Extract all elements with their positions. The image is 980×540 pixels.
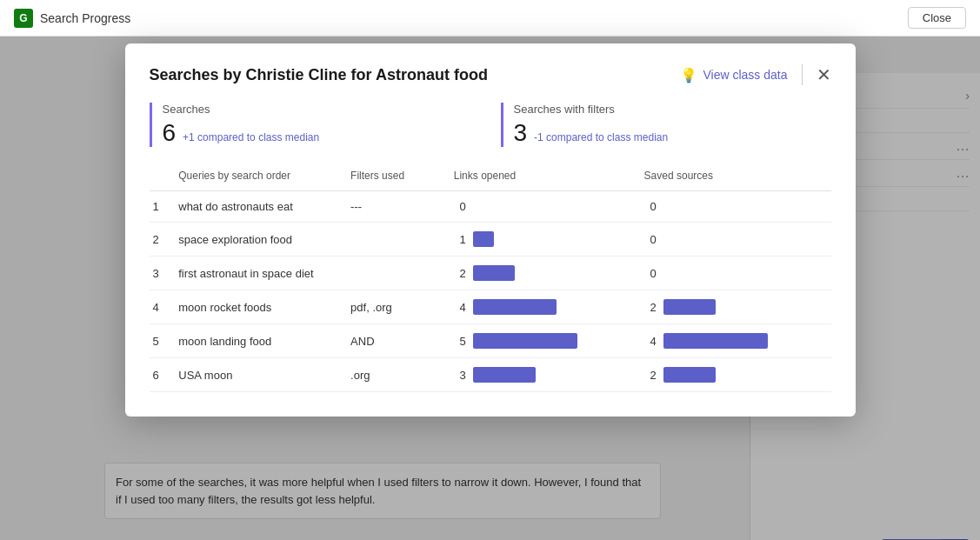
links-bar	[473, 367, 536, 383]
table-row: 1what do astronauts eat---00	[150, 191, 831, 223]
saved-cell: 2	[641, 290, 831, 324]
top-bar-left: G Search Progress	[14, 9, 130, 28]
query-text: moon rocket foods	[175, 290, 347, 324]
filters-stat: Searches with filters 3 -1 compared to c…	[501, 103, 831, 147]
links-number: 4	[454, 301, 466, 314]
modal-header: Searches by Christie Cline for Astronaut…	[150, 64, 831, 85]
query-text: first astronaut in space diet	[175, 257, 347, 290]
saved-cell: 2	[641, 358, 831, 392]
saved-cell: 0	[641, 257, 831, 290]
table-row: 3first astronaut in space diet20	[150, 257, 831, 290]
searches-table: Queries by search order Filters used Lin…	[150, 164, 831, 392]
saved-number: 0	[644, 200, 657, 213]
app-icon: G	[14, 9, 33, 28]
top-bar-title: Search Progress	[40, 11, 130, 25]
links-number: 0	[454, 200, 466, 213]
links-number: 3	[454, 369, 466, 382]
links-number: 2	[454, 267, 466, 280]
filter-value: pdf, .org	[347, 290, 450, 324]
saved-cell: 4	[641, 324, 831, 358]
links-cell: 2	[450, 257, 641, 290]
modal-header-right: 💡 View class data ✕	[680, 64, 830, 85]
links-bar	[473, 265, 515, 281]
table-row: 6USA moon.org32	[150, 358, 831, 392]
query-text: what do astronauts eat	[175, 191, 347, 223]
table-row: 2space exploration food10	[150, 223, 831, 257]
row-number: 1	[150, 191, 176, 223]
row-number: 6	[150, 358, 176, 392]
filter-value: .org	[347, 358, 450, 392]
modal-close-button[interactable]: ✕	[817, 66, 831, 83]
row-number: 4	[150, 290, 176, 324]
links-cell: 3	[450, 358, 641, 392]
filters-value-row: 3 -1 compared to class median	[514, 119, 831, 147]
links-cell: 1	[450, 223, 641, 257]
lamp-icon: 💡	[680, 67, 697, 83]
saved-bar	[663, 299, 716, 315]
query-text: USA moon	[175, 358, 347, 392]
filter-value: ---	[347, 191, 450, 223]
query-text: space exploration food	[175, 223, 347, 257]
modal-dialog: Searches by Christie Cline for Astronaut…	[125, 43, 856, 417]
saved-number: 2	[644, 369, 657, 382]
filter-value: AND	[347, 324, 450, 358]
links-cell: 5	[450, 324, 641, 358]
col-header-num	[150, 164, 176, 191]
searches-value-row: 6 +1 compared to class median	[163, 119, 480, 147]
col-header-filters: Filters used	[347, 164, 450, 191]
saved-bar	[663, 367, 716, 383]
col-header-links: Links opened	[450, 164, 641, 191]
saved-number: 0	[644, 233, 657, 246]
top-close-button[interactable]: Close	[908, 7, 966, 29]
links-cell: 4	[450, 290, 641, 324]
saved-number: 2	[644, 301, 657, 314]
header-divider	[802, 64, 803, 85]
searches-comparison: +1 compared to class median	[183, 131, 319, 143]
links-bar	[473, 333, 577, 349]
filters-comparison: -1 compared to class median	[534, 131, 668, 143]
top-bar: G Search Progress Close	[0, 0, 980, 37]
query-text: moon landing food	[175, 324, 347, 358]
view-class-label: View class data	[703, 68, 787, 82]
links-bar	[473, 299, 557, 315]
col-header-query: Queries by search order	[175, 164, 347, 191]
saved-number: 0	[644, 267, 657, 280]
saved-cell: 0	[641, 223, 831, 257]
saved-number: 4	[644, 335, 657, 348]
saved-bar	[663, 333, 768, 349]
searches-number: 6	[163, 119, 177, 147]
stats-row: Searches 6 +1 compared to class median S…	[150, 103, 831, 147]
links-number: 1	[454, 233, 466, 246]
links-number: 5	[454, 335, 466, 348]
col-header-saved: Saved sources	[641, 164, 831, 191]
modal-title: Searches by Christie Cline for Astronaut…	[150, 66, 488, 84]
row-number: 3	[150, 257, 176, 290]
row-number: 5	[150, 324, 176, 358]
links-cell: 0	[450, 191, 641, 223]
filter-value	[347, 223, 450, 257]
row-number: 2	[150, 223, 176, 257]
saved-cell: 0	[641, 191, 831, 223]
links-bar	[473, 231, 494, 247]
searches-stat: Searches 6 +1 compared to class median	[150, 103, 480, 147]
filters-label: Searches with filters	[514, 103, 831, 116]
searches-label: Searches	[163, 103, 480, 116]
table-row: 4moon rocket foodspdf, .org42	[150, 290, 831, 324]
filter-value	[347, 257, 450, 290]
filters-number: 3	[514, 119, 528, 147]
table-row: 5moon landing foodAND54	[150, 324, 831, 358]
view-class-data-link[interactable]: 💡 View class data	[680, 67, 787, 83]
